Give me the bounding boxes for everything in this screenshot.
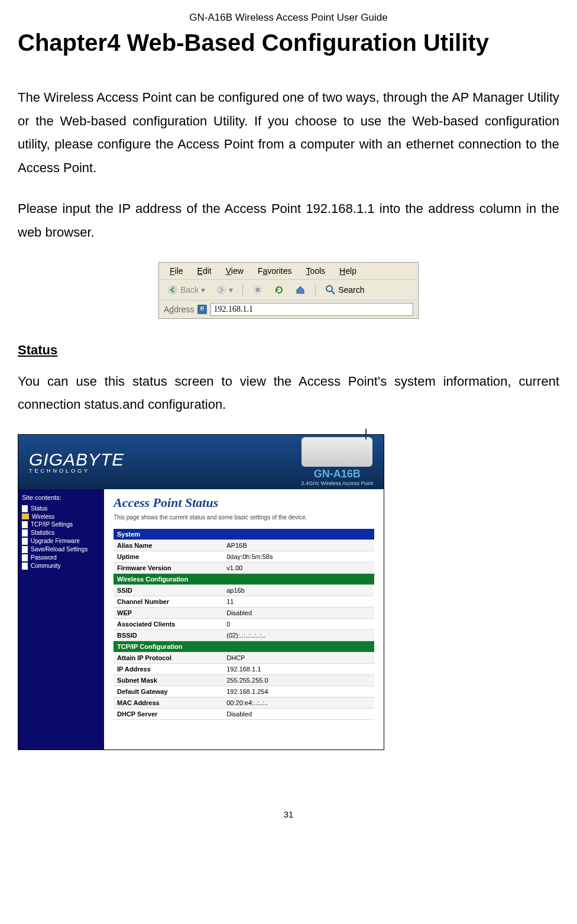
browser-toolbar: Back ▾ ▾: [159, 280, 418, 301]
status-table: SystemAlias NameAP16BUptime0day:0h:5m:58…: [114, 529, 374, 720]
search-button[interactable]: Search: [322, 283, 368, 296]
sidebar-item[interactable]: Save/Reload Settings: [22, 545, 101, 554]
paragraph-2: Please input the IP address of the Acces…: [18, 197, 559, 244]
sidebar-item[interactable]: Password: [22, 554, 101, 562]
table-row: BSSID(02):..:..:..:..:..: [114, 629, 374, 641]
table-key: Alias Name: [114, 539, 223, 551]
sidebar-item-label: Upgrade Firmware: [31, 538, 80, 544]
table-value: 0: [223, 618, 374, 629]
sidebar-item-label: Status: [31, 505, 47, 512]
sidebar-item[interactable]: Status: [22, 505, 101, 513]
table-row: Channel Number11: [114, 596, 374, 607]
home-button[interactable]: [291, 283, 309, 296]
forward-arrow-icon: [216, 285, 226, 295]
table-value: 0day:0h:5m:58s: [223, 551, 374, 562]
banner: GIGABYTE TECHNOLOGY GN-A16B 2.4GHz Wirel…: [18, 435, 384, 489]
refresh-button[interactable]: [270, 283, 288, 296]
table-value: DHCP: [223, 652, 374, 663]
table-value: 192.168.1.1: [223, 663, 374, 674]
panel-title: Access Point Status: [114, 495, 374, 511]
table-key: Channel Number: [114, 596, 223, 607]
table-value: (02):..:..:..:..:..: [223, 629, 374, 641]
sidebar-item[interactable]: Statistics: [22, 529, 101, 537]
menu-edit[interactable]: Edit: [192, 265, 218, 277]
page-icon: [22, 554, 28, 561]
browser-address-bar: Address 192.168.1.1: [159, 301, 418, 318]
product-desc: 2.4GHz Wireless Access Point: [301, 480, 373, 486]
table-row: Firmware Versionv1.00: [114, 562, 374, 573]
table-section-header: Wireless Configuration: [114, 573, 374, 584]
back-button[interactable]: Back ▾: [164, 283, 209, 296]
table-row: MAC Address00:20:e4:..:..:..: [114, 697, 374, 708]
table-key: Firmware Version: [114, 562, 223, 573]
sidebar: Site contents: StatusWirelessTCP/IP Sett…: [18, 489, 104, 749]
sidebar-title: Site contents:: [22, 494, 101, 501]
menu-favorites[interactable]: Favorites: [252, 265, 298, 277]
status-heading: Status: [18, 343, 559, 358]
menu-view[interactable]: View: [220, 265, 249, 277]
table-key: Associated Clients: [114, 618, 223, 629]
sidebar-item[interactable]: Upgrade Firmware: [22, 537, 101, 545]
browser-screenshot: File Edit View Favorites Tools Help Back…: [158, 262, 419, 319]
table-section-header: System: [114, 529, 374, 540]
table-key: DHCP Server: [114, 708, 223, 719]
stop-icon: [252, 285, 263, 295]
chapter-title: Chapter4 Web-Based Configuration Utility: [18, 30, 559, 56]
table-value: 255.255.255.0: [223, 674, 374, 686]
table-key: Attain IP Protocol: [114, 652, 223, 663]
menu-tools[interactable]: Tools: [300, 265, 331, 277]
page-icon: [22, 529, 28, 537]
table-key: Subnet Mask: [114, 674, 223, 686]
svg-point-1: [216, 285, 226, 295]
back-label: Back: [180, 285, 199, 295]
table-row: Subnet Mask255.255.255.0: [114, 674, 374, 686]
address-input[interactable]: 192.168.1.1: [210, 303, 413, 316]
ie-icon: [197, 305, 207, 314]
table-value: Disabled: [223, 607, 374, 618]
page-icon: [22, 563, 28, 570]
page-icon: [22, 538, 28, 545]
sidebar-item-label: Save/Reload Settings: [31, 546, 87, 553]
table-key: WEP: [114, 607, 223, 618]
menu-file[interactable]: File: [164, 265, 189, 277]
table-key: IP Address: [114, 663, 223, 674]
page-icon: [22, 521, 28, 528]
address-label: Address: [164, 305, 194, 314]
table-row: WEPDisabled: [114, 607, 374, 618]
router-image: [302, 437, 372, 467]
search-icon: [325, 285, 336, 295]
sidebar-item-label: Community: [31, 563, 61, 569]
table-key: MAC Address: [114, 697, 223, 708]
table-key: SSID: [114, 584, 223, 596]
sidebar-item[interactable]: Community: [22, 562, 101, 570]
table-value: 192.168.1.254: [223, 686, 374, 697]
main-panel: Access Point Status This page shows the …: [104, 489, 384, 749]
table-value: v1.00: [223, 562, 374, 573]
product-name: GN-A16B: [301, 468, 373, 480]
folder-icon: [22, 513, 29, 519]
table-value: Disabled: [223, 708, 374, 719]
stop-button[interactable]: [249, 283, 267, 296]
dropdown-caret-icon: ▾: [229, 285, 233, 295]
menu-help[interactable]: Help: [333, 265, 362, 277]
table-row: IP Address192.168.1.1: [114, 663, 374, 674]
table-section-header: TCP/IP Configuration: [114, 641, 374, 652]
product-block: GN-A16B 2.4GHz Wireless Access Point: [301, 437, 373, 486]
svg-point-3: [326, 286, 332, 292]
table-row: SSIDap16b: [114, 584, 374, 596]
svg-point-0: [168, 285, 177, 295]
table-row: Uptime0day:0h:5m:58s: [114, 551, 374, 562]
search-label: Search: [338, 285, 364, 295]
sidebar-item[interactable]: Wireless: [22, 513, 101, 521]
table-value: ap16b: [223, 584, 374, 596]
back-arrow-icon: [167, 285, 178, 295]
sidebar-item[interactable]: TCP/IP Settings: [22, 521, 101, 529]
svg-line-4: [332, 291, 335, 294]
page-icon: [22, 546, 28, 553]
document-header: GN-A16B Wireless Access Point User Guide: [18, 12, 559, 24]
refresh-icon: [274, 285, 284, 295]
forward-button[interactable]: ▾: [212, 283, 236, 296]
panel-desc: This page shows the current status and s…: [114, 514, 374, 521]
table-row: Default Gateway192.168.1.254: [114, 686, 374, 697]
sidebar-item-label: Password: [31, 554, 57, 561]
